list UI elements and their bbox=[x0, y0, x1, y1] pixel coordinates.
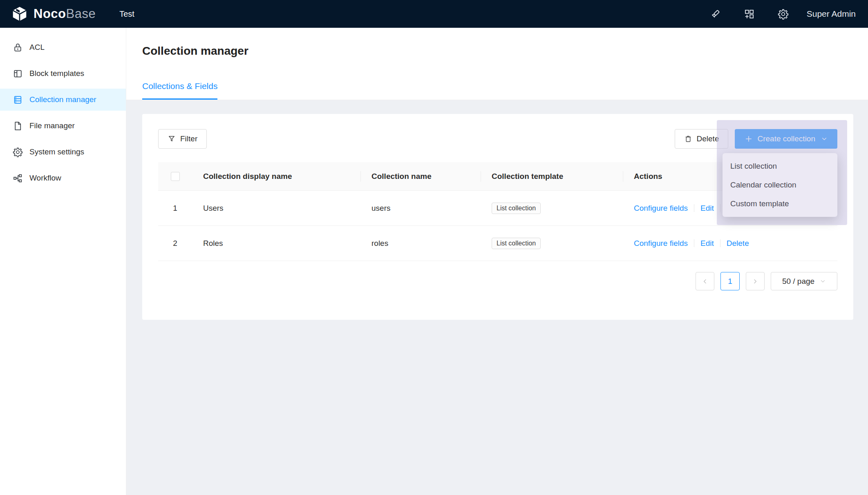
collections-card: Filter Delete bbox=[142, 114, 853, 320]
create-collection-button[interactable]: Create collection bbox=[735, 129, 837, 149]
gear-icon[interactable] bbox=[778, 9, 789, 20]
cell-actions: Configure fields Edit Delete bbox=[623, 239, 837, 248]
cell-template: List collection bbox=[481, 203, 623, 214]
workarea: Filter Delete bbox=[126, 100, 868, 495]
delete-button[interactable]: Delete bbox=[675, 129, 729, 149]
header-checkbox-cell bbox=[158, 172, 192, 181]
main-content: Collection manager Collections & Fields … bbox=[126, 28, 868, 495]
prev-page-button[interactable] bbox=[696, 272, 714, 290]
tab-collections-fields[interactable]: Collections & Fields bbox=[142, 81, 217, 100]
cell-collection-name: users bbox=[360, 204, 481, 213]
table-row: 2 Roles roles List collection Configure … bbox=[158, 226, 837, 261]
sidebar: ACL Block templates Collection manager bbox=[0, 28, 126, 495]
configure-fields-link[interactable]: Configure fields bbox=[634, 239, 688, 248]
action-divider bbox=[720, 239, 720, 247]
menu-item-custom-template[interactable]: Custom template bbox=[723, 194, 837, 213]
page-title: Collection manager bbox=[142, 43, 868, 59]
row-index: 1 bbox=[158, 204, 192, 213]
select-all-checkbox[interactable] bbox=[171, 172, 180, 181]
layout-icon bbox=[13, 69, 23, 79]
delete-link[interactable]: Delete bbox=[727, 239, 749, 248]
page-size-select[interactable]: 50 / page bbox=[771, 272, 837, 290]
chevron-down-icon bbox=[821, 136, 828, 142]
create-collection-dropdown: List collection Calendar collection Cust… bbox=[723, 153, 837, 217]
brand-noco: Noco bbox=[34, 7, 66, 21]
sidebar-item-collection-manager[interactable]: Collection manager bbox=[0, 89, 126, 111]
sidebar-item-acl[interactable]: ACL bbox=[0, 36, 126, 58]
filter-label: Filter bbox=[180, 134, 197, 143]
sidebar-item-block-templates[interactable]: Block templates bbox=[0, 62, 126, 85]
header-display-name: Collection display name bbox=[192, 172, 360, 181]
edit-link[interactable]: Edit bbox=[700, 239, 714, 248]
sidebar-item-label: Collection manager bbox=[29, 95, 96, 104]
edit-link[interactable]: Edit bbox=[700, 204, 714, 213]
brand-text: Noco Base bbox=[34, 7, 96, 21]
sidebar-item-workflow[interactable]: Workflow bbox=[0, 167, 126, 189]
highlighter-icon[interactable] bbox=[710, 9, 721, 20]
topbar-actions: Super Admin bbox=[710, 9, 856, 20]
template-tag: List collection bbox=[492, 238, 541, 249]
page-number-1[interactable]: 1 bbox=[720, 272, 740, 290]
action-divider bbox=[694, 239, 694, 247]
chevron-right-icon bbox=[752, 278, 758, 285]
create-collection-label: Create collection bbox=[757, 134, 815, 143]
cell-display-name: Roles bbox=[192, 239, 360, 248]
plus-icon bbox=[745, 135, 753, 143]
menu-item-calendar-collection[interactable]: Calendar collection bbox=[723, 176, 837, 194]
page-size-value: 50 / page bbox=[782, 277, 814, 286]
chevron-left-icon bbox=[702, 278, 708, 285]
sidebar-item-file-manager[interactable]: File manager bbox=[0, 115, 126, 137]
sidebar-item-label: File manager bbox=[29, 121, 75, 130]
action-divider bbox=[694, 204, 694, 212]
app-window: Noco Base Test Super Admin bbox=[0, 0, 868, 495]
configure-fields-link[interactable]: Configure fields bbox=[634, 204, 688, 213]
toolbar-right: Delete Create collection bbox=[675, 129, 837, 149]
filter-button[interactable]: Filter bbox=[158, 129, 207, 149]
workspace-tab-test[interactable]: Test bbox=[119, 9, 134, 19]
lock-icon bbox=[13, 42, 23, 53]
page-header: Collection manager Collections & Fields bbox=[126, 28, 868, 100]
filter-icon bbox=[168, 135, 176, 143]
next-page-button[interactable] bbox=[746, 272, 765, 290]
top-navbar: Noco Base Test Super Admin bbox=[0, 0, 868, 28]
cell-template: List collection bbox=[481, 238, 623, 249]
chevron-down-icon bbox=[820, 278, 826, 284]
nocobase-logo[interactable]: Noco Base bbox=[11, 5, 96, 22]
row-index: 2 bbox=[158, 239, 192, 248]
delete-label: Delete bbox=[697, 134, 719, 143]
gear-icon bbox=[13, 147, 23, 157]
sidebar-item-label: Workflow bbox=[29, 174, 61, 183]
sidebar-item-label: Block templates bbox=[29, 69, 84, 78]
pagination: 1 50 / page bbox=[142, 272, 837, 290]
cube-logo-icon bbox=[11, 5, 28, 22]
action-divider bbox=[720, 204, 720, 212]
file-icon bbox=[13, 121, 23, 131]
plugins-grid-icon[interactable] bbox=[744, 9, 755, 20]
sidebar-item-label: ACL bbox=[29, 43, 45, 52]
template-tag: List collection bbox=[492, 203, 541, 214]
card-toolbar: Filter Delete bbox=[142, 114, 853, 149]
menu-item-list-collection[interactable]: List collection bbox=[723, 157, 837, 176]
user-menu[interactable]: Super Admin bbox=[807, 9, 856, 19]
trash-icon bbox=[684, 135, 692, 143]
cell-display-name: Users bbox=[192, 204, 360, 213]
header-collection-name: Collection name bbox=[360, 172, 481, 181]
brand-base: Base bbox=[66, 7, 96, 21]
collections-icon bbox=[13, 95, 23, 105]
header-collection-template: Collection template bbox=[481, 172, 623, 181]
cell-collection-name: roles bbox=[360, 239, 481, 248]
sidebar-item-system-settings[interactable]: System settings bbox=[0, 141, 126, 163]
workflow-icon bbox=[13, 173, 23, 183]
tab-bar: Collections & Fields bbox=[142, 81, 868, 100]
sidebar-item-label: System settings bbox=[29, 147, 84, 156]
